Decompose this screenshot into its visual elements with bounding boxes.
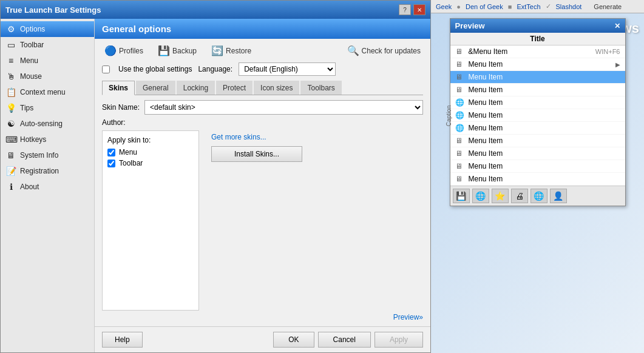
sidebar-item-about[interactable]: ℹ About: [1, 179, 94, 195]
menu-item-2[interactable]: 🖥 Menu Item: [450, 71, 625, 84]
menu-item-icon-1: 🖥: [455, 60, 465, 69]
install-skins-button[interactable]: Install Skins...: [211, 146, 302, 162]
menu-item-6[interactable]: 🌐 Menu Item: [450, 122, 625, 135]
sidebar-item-tips[interactable]: 💡 Tips: [1, 100, 94, 116]
profiles-button[interactable]: 🔵 Profiles: [102, 44, 146, 58]
tab-protect[interactable]: Protect: [216, 81, 253, 95]
tb-icon-4[interactable]: 🌐: [530, 189, 547, 203]
menu-item-label-8: Menu Item: [469, 149, 620, 158]
title-bar-buttons: ? ✕: [399, 4, 425, 15]
sidebar-label-options: Options: [20, 25, 45, 33]
preview-close-button[interactable]: ✕: [614, 22, 620, 30]
browser-link-exttech[interactable]: ExtTech: [517, 3, 540, 10]
sidebar-item-options[interactable]: ⚙ Options: [1, 21, 94, 37]
caption-label: Caption: [445, 105, 452, 126]
sidebar-label-about: About: [20, 183, 39, 191]
restore-button[interactable]: 🔄 Restore: [209, 44, 254, 58]
backup-icon: 💾: [158, 45, 170, 56]
sidebar-item-context-menu[interactable]: 📋 Context menu: [1, 84, 94, 100]
tb-icon-1[interactable]: 🌐: [472, 189, 489, 203]
auto-sensing-icon: ☯: [5, 119, 16, 129]
menu-check-item: Menu: [107, 148, 194, 156]
apply-skin-section: Apply skin to: Menu Toolbar Get m: [102, 130, 423, 311]
sidebar-item-hotkeys[interactable]: ⌨ Hotkeys: [1, 132, 94, 147]
system-info-icon: 🖥: [5, 150, 16, 160]
menu-item-shortcut-0: WIN+F6: [595, 48, 620, 55]
right-actions: Get more skins... Install Skins...: [209, 130, 305, 311]
menu-icon: ≡: [5, 56, 16, 66]
content-area: 🔵 Profiles 💾 Backup 🔄 Restore 🔍 Check fo…: [95, 39, 430, 326]
ok-button[interactable]: OK: [273, 332, 314, 348]
tb-icon-5[interactable]: 👤: [550, 189, 567, 203]
menu-item-10[interactable]: 🖥 Menu Item: [450, 173, 625, 186]
apply-skin-title: Apply skin to:: [107, 136, 194, 144]
tab-toolbars[interactable]: Toolbars: [300, 81, 341, 95]
get-more-skins-link[interactable]: Get more skins...: [211, 133, 302, 141]
help-title-btn[interactable]: ?: [399, 4, 411, 15]
sidebar-label-auto-sensing: Auto-sensing: [20, 119, 63, 128]
menu-item-label-0: &Menu Item: [469, 47, 592, 56]
sidebar-label-context-menu: Context menu: [20, 88, 66, 96]
context-menu-icon: 📋: [5, 87, 16, 97]
apply-skin-box: Apply skin to: Menu Toolbar: [102, 130, 199, 311]
menu-item-label-2: Menu Item: [469, 73, 620, 81]
menu-checkbox[interactable]: [107, 149, 115, 156]
right-panel: Geek ● Den of Geek ■ ExtTech ✓ Slashdot …: [431, 0, 644, 353]
sidebar-item-toolbar[interactable]: ▭ Toolbar: [1, 37, 94, 53]
tab-skins[interactable]: Skins: [102, 81, 135, 95]
help-button[interactable]: Help: [102, 332, 143, 348]
browser-link-den-of-geek[interactable]: Den of Geek: [466, 3, 503, 10]
toolbar-row: 🔵 Profiles 💾 Backup 🔄 Restore 🔍 Check fo…: [102, 44, 423, 58]
sidebar-item-menu[interactable]: ≡ Menu: [1, 53, 94, 69]
menu-item-icon-4: 🌐: [455, 98, 465, 107]
tb-icon-2[interactable]: ⭐: [492, 189, 509, 203]
browser-link-geek[interactable]: Geek: [436, 3, 452, 10]
preview-link[interactable]: Preview»: [102, 311, 423, 321]
sidebar-item-registration[interactable]: 📝 Registration: [1, 163, 94, 179]
toolbar-icon: ▭: [5, 40, 16, 50]
close-title-btn[interactable]: ✕: [413, 4, 425, 15]
menu-item-label-10: Menu Item: [469, 175, 620, 183]
menu-item-7[interactable]: 🖥 Menu Item: [450, 135, 625, 147]
menu-item-9[interactable]: 🖥 Menu Item: [450, 160, 625, 173]
menu-item-icon-7: 🖥: [455, 136, 465, 145]
sidebar-label-hotkeys: Hotkeys: [20, 135, 46, 144]
sidebar-item-mouse[interactable]: 🖱 Mouse: [1, 69, 94, 84]
menu-item-5[interactable]: 🌐 Menu Item: [450, 109, 625, 122]
language-select[interactable]: Default (English): [239, 62, 336, 76]
apply-button[interactable]: Apply: [375, 332, 423, 348]
toolbar-checkbox[interactable]: [107, 160, 115, 167]
tab-general[interactable]: General: [136, 81, 175, 95]
restore-label: Restore: [226, 47, 251, 55]
skin-name-select[interactable]: <default skin>: [144, 100, 423, 115]
menu-item-icon-5: 🌐: [455, 111, 465, 119]
menu-item-icon-6: 🌐: [455, 124, 465, 132]
tab-locking[interactable]: Locking: [177, 81, 215, 95]
sidebar-label-mouse: Mouse: [20, 72, 42, 81]
sidebar-item-system-info[interactable]: 🖥 System Info: [1, 147, 94, 163]
use-global-checkbox[interactable]: [102, 66, 110, 73]
cancel-button[interactable]: Cancel: [318, 332, 371, 348]
backup-button[interactable]: 💾 Backup: [155, 44, 199, 58]
menu-item-1[interactable]: 🖥 Menu Item ▶: [450, 58, 625, 71]
tb-icon-0[interactable]: 💾: [453, 189, 470, 203]
tab-icon-sizes[interactable]: Icon sizes: [254, 81, 299, 95]
menu-item-3[interactable]: 🖥 Menu Item: [450, 84, 625, 96]
menu-item-label-7: Menu Item: [469, 136, 620, 145]
preview-window: Preview ✕ Title Caption 🖥 &Menu Item WIN…: [450, 18, 626, 206]
menu-item-8[interactable]: 🖥 Menu Item: [450, 147, 625, 160]
menu-item-0[interactable]: 🖥 &Menu Item WIN+F6: [450, 45, 625, 58]
main-content: General options 🔵 Profiles 💾 Backup 🔄 Re…: [95, 19, 430, 352]
menu-item-label-3: Menu Item: [469, 86, 620, 94]
use-global-label: Use the global settings: [118, 65, 192, 73]
menu-item-label-1: Menu Item: [469, 60, 612, 69]
menu-item-4[interactable]: 🌐 Menu Item: [450, 96, 625, 109]
browser-bar: Geek ● Den of Geek ■ ExtTech ✓ Slashdot …: [431, 0, 644, 13]
check-updates-button[interactable]: 🔍 Check for updates: [345, 44, 423, 58]
language-label: Language:: [198, 65, 232, 73]
menu-item-icon-8: 🖥: [455, 149, 465, 158]
tb-icon-3[interactable]: 🖨: [511, 189, 528, 203]
skin-name-label: Skin Name:: [102, 103, 140, 112]
sidebar-item-auto-sensing[interactable]: ☯ Auto-sensing: [1, 116, 94, 132]
browser-link-slashdot[interactable]: Slashdot: [556, 3, 582, 10]
